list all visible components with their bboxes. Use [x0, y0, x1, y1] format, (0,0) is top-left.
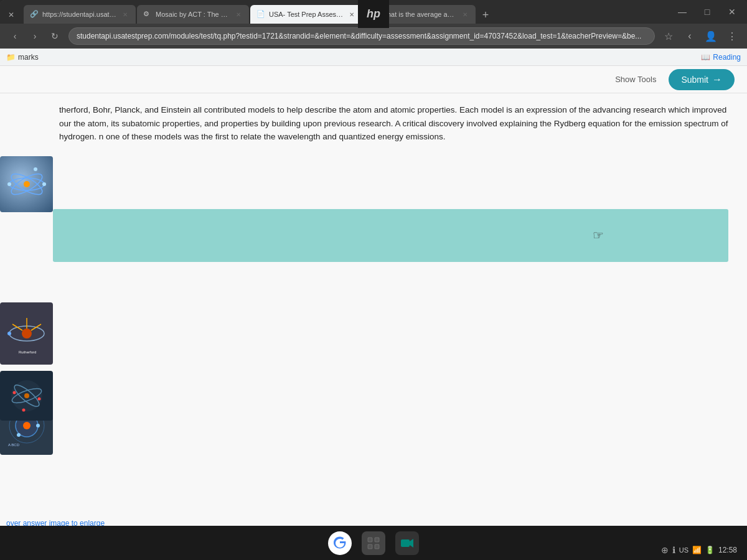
minimize-button[interactable]: —: [670, 0, 695, 24]
close-tab-x[interactable]: ✕: [2, 6, 20, 24]
electron-cloud-svg: [5, 374, 49, 418]
svg-point-5: [7, 182, 11, 186]
svg-point-28: [22, 409, 25, 412]
svg-point-20: [17, 433, 21, 437]
tab-label-3: USA- Test Prep Assessment D: [269, 11, 344, 18]
svg-point-6: [34, 167, 37, 171]
taskbar: ⊕ ℹ US 📶 🔋 12:58: [0, 526, 747, 560]
page-content: Show Tools Submit → therford, Bohr, Plan…: [0, 66, 747, 535]
svg-rect-30: [368, 538, 372, 542]
tab-favicon-1: 🔗: [30, 10, 39, 19]
passage-text: therford, Bohr, Planck, and Einstein all…: [59, 103, 735, 144]
tab-studentapi[interactable]: 🔗 https://studentapi.usatestpre ✕: [24, 5, 136, 24]
tab-close-4[interactable]: ✕: [461, 10, 469, 19]
hp-label: hp: [367, 7, 380, 21]
taskbar-meet-icon[interactable]: [395, 531, 419, 555]
tab-label-1: https://studentapi.usatestpre: [42, 11, 117, 18]
locale-label: US: [679, 546, 688, 554]
nav-buttons: ‹ › ↻: [6, 27, 63, 45]
svg-point-27: [37, 398, 40, 401]
back-button[interactable]: ‹: [6, 27, 24, 45]
passage-area: therford, Bohr, Planck, and Einstein all…: [0, 93, 747, 157]
rutherford-svg: Rutherford: [5, 309, 49, 358]
submit-label: Submit: [681, 75, 708, 85]
time-display: 12:58: [718, 546, 737, 554]
svg-rect-33: [375, 544, 379, 549]
atom-model-electron-cloud[interactable]: [0, 371, 53, 421]
tray-circle-1: ⊕: [661, 545, 669, 555]
bookmark-star-button[interactable]: ☆: [660, 27, 677, 45]
svg-marker-35: [410, 539, 413, 548]
svg-point-9: [7, 332, 11, 335]
cursor-indicator: ☞: [593, 228, 604, 243]
taskbar-apps-icon[interactable]: [362, 531, 385, 555]
svg-rect-31: [375, 538, 379, 542]
svg-line-12: [12, 324, 22, 330]
svg-point-26: [12, 391, 16, 394]
taskbar-google-icon[interactable]: [328, 531, 352, 555]
atom-model-a-svg: [5, 162, 49, 206]
tab-favicon-2: ⚙: [143, 10, 152, 19]
bookmark-label: marks: [18, 53, 39, 62]
answer-highlight-bar[interactable]: [53, 209, 728, 262]
apps-grid-svg: [367, 536, 380, 550]
svg-point-25: [24, 393, 29, 398]
atom-model-rutherford[interactable]: Rutherford: [0, 302, 53, 365]
browser-window: ✕ 🔗 https://studentapi.usatestpre ✕ ⚙ Mo…: [0, 0, 747, 535]
reading-badge[interactable]: 📖 Reading: [701, 53, 741, 62]
svg-rect-32: [368, 544, 372, 549]
maximize-button[interactable]: □: [695, 0, 720, 24]
wifi-icon: 📶: [692, 546, 702, 554]
address-bar[interactable]: studentapi.usatestprep.com/modules/test/…: [68, 27, 655, 45]
bookmark-marks[interactable]: 📁 marks: [6, 53, 39, 62]
reload-button[interactable]: ↻: [46, 27, 63, 45]
show-tools-button[interactable]: Show Tools: [610, 72, 661, 86]
tab-favicon-3: 📄: [256, 10, 265, 19]
tab-label-4: what is the average acidity (p: [382, 11, 457, 18]
system-tray: ⊕ ℹ US 📶 🔋 12:58: [661, 545, 737, 555]
tray-circle-2: ℹ: [672, 545, 675, 555]
svg-point-18: [36, 424, 40, 427]
svg-text:Rutherford: Rutherford: [19, 350, 36, 354]
page-toolbar: Show Tools Submit →: [0, 66, 747, 93]
tab-label-2: Mosaic by ACT : The most per: [156, 11, 230, 18]
forward-button[interactable]: ›: [26, 27, 44, 45]
svg-rect-34: [401, 539, 410, 547]
svg-point-7: [22, 329, 32, 338]
battery-icon: 🔋: [705, 546, 715, 554]
new-tab-button[interactable]: +: [477, 6, 494, 24]
svg-point-4: [42, 182, 46, 186]
reading-label: Reading: [713, 53, 741, 62]
svg-line-11: [31, 324, 41, 330]
submit-arrow-icon: →: [712, 74, 722, 85]
tab-close-2[interactable]: ✕: [234, 10, 243, 19]
svg-point-15: [23, 422, 31, 429]
meet-camera-svg: [400, 536, 415, 551]
atom-model-a[interactable]: [0, 156, 53, 212]
tab-usatestprep[interactable]: 📄 USA- Test Prep Assessment D ✕: [250, 5, 362, 24]
back-nav-button[interactable]: ‹: [681, 27, 698, 45]
browser-actions: ☆ ‹ 👤 ⋮: [660, 27, 741, 45]
bookmarks-bar: 📁 marks 📖 Reading: [0, 49, 747, 66]
tab-mosaic[interactable]: ⚙ Mosaic by ACT : The most per ✕: [137, 5, 249, 24]
google-logo-svg: [332, 536, 347, 551]
extensions-button[interactable]: ⋮: [723, 27, 741, 45]
svg-point-0: [24, 181, 30, 187]
hp-logo: hp: [358, 0, 389, 28]
window-close-button[interactable]: ✕: [720, 0, 745, 24]
profile-button[interactable]: 👤: [702, 27, 720, 45]
svg-text:A BCD: A BCD: [8, 443, 20, 447]
bookmark-icon: 📁: [6, 53, 16, 62]
reading-icon: 📖: [701, 53, 710, 62]
tab-close-1[interactable]: ✕: [121, 10, 129, 19]
submit-button[interactable]: Submit →: [669, 69, 735, 90]
tab-close-3[interactable]: ✕: [347, 10, 356, 19]
